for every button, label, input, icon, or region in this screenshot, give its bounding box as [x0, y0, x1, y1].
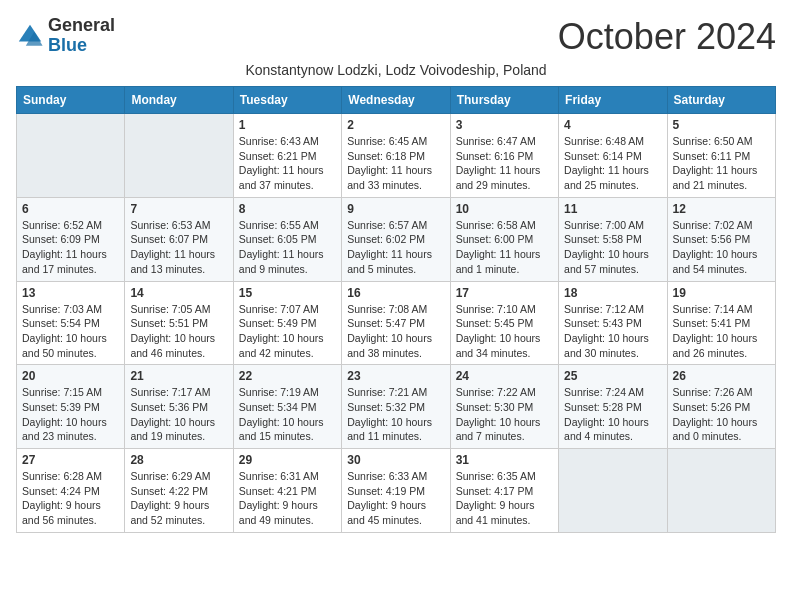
day-info: Sunrise: 7:10 AM Sunset: 5:45 PM Dayligh… [456, 302, 553, 361]
day-number: 7 [130, 202, 227, 216]
calendar-header: SundayMondayTuesdayWednesdayThursdayFrid… [17, 87, 776, 114]
day-number: 19 [673, 286, 770, 300]
day-info: Sunrise: 6:58 AM Sunset: 6:00 PM Dayligh… [456, 218, 553, 277]
day-number: 20 [22, 369, 119, 383]
calendar-week: 6Sunrise: 6:52 AM Sunset: 6:09 PM Daylig… [17, 197, 776, 281]
calendar-cell: 23Sunrise: 7:21 AM Sunset: 5:32 PM Dayli… [342, 365, 450, 449]
day-number: 29 [239, 453, 336, 467]
calendar-cell: 11Sunrise: 7:00 AM Sunset: 5:58 PM Dayli… [559, 197, 667, 281]
month-title: October 2024 [558, 16, 776, 58]
calendar-cell: 3Sunrise: 6:47 AM Sunset: 6:16 PM Daylig… [450, 114, 558, 198]
calendar-cell [125, 114, 233, 198]
day-info: Sunrise: 6:31 AM Sunset: 4:21 PM Dayligh… [239, 469, 336, 528]
calendar-cell: 21Sunrise: 7:17 AM Sunset: 5:36 PM Dayli… [125, 365, 233, 449]
day-number: 13 [22, 286, 119, 300]
day-number: 16 [347, 286, 444, 300]
weekday-header: Monday [125, 87, 233, 114]
calendar-cell [559, 449, 667, 533]
day-number: 12 [673, 202, 770, 216]
day-info: Sunrise: 6:48 AM Sunset: 6:14 PM Dayligh… [564, 134, 661, 193]
day-info: Sunrise: 7:21 AM Sunset: 5:32 PM Dayligh… [347, 385, 444, 444]
calendar-cell: 24Sunrise: 7:22 AM Sunset: 5:30 PM Dayli… [450, 365, 558, 449]
day-info: Sunrise: 7:14 AM Sunset: 5:41 PM Dayligh… [673, 302, 770, 361]
day-info: Sunrise: 6:28 AM Sunset: 4:24 PM Dayligh… [22, 469, 119, 528]
calendar-cell: 9Sunrise: 6:57 AM Sunset: 6:02 PM Daylig… [342, 197, 450, 281]
weekday-header: Saturday [667, 87, 775, 114]
day-info: Sunrise: 7:03 AM Sunset: 5:54 PM Dayligh… [22, 302, 119, 361]
day-number: 21 [130, 369, 227, 383]
calendar-cell: 14Sunrise: 7:05 AM Sunset: 5:51 PM Dayli… [125, 281, 233, 365]
day-info: Sunrise: 6:52 AM Sunset: 6:09 PM Dayligh… [22, 218, 119, 277]
day-info: Sunrise: 6:35 AM Sunset: 4:17 PM Dayligh… [456, 469, 553, 528]
calendar-cell: 29Sunrise: 6:31 AM Sunset: 4:21 PM Dayli… [233, 449, 341, 533]
calendar-cell: 1Sunrise: 6:43 AM Sunset: 6:21 PM Daylig… [233, 114, 341, 198]
calendar-cell: 30Sunrise: 6:33 AM Sunset: 4:19 PM Dayli… [342, 449, 450, 533]
day-number: 23 [347, 369, 444, 383]
day-number: 25 [564, 369, 661, 383]
day-info: Sunrise: 6:29 AM Sunset: 4:22 PM Dayligh… [130, 469, 227, 528]
calendar-cell: 13Sunrise: 7:03 AM Sunset: 5:54 PM Dayli… [17, 281, 125, 365]
calendar-cell: 2Sunrise: 6:45 AM Sunset: 6:18 PM Daylig… [342, 114, 450, 198]
day-number: 28 [130, 453, 227, 467]
location-subtitle: Konstantynow Lodzki, Lodz Voivodeship, P… [16, 62, 776, 78]
day-number: 5 [673, 118, 770, 132]
day-number: 24 [456, 369, 553, 383]
day-info: Sunrise: 7:08 AM Sunset: 5:47 PM Dayligh… [347, 302, 444, 361]
logo-text: General Blue [48, 16, 115, 56]
weekday-header: Tuesday [233, 87, 341, 114]
day-info: Sunrise: 6:47 AM Sunset: 6:16 PM Dayligh… [456, 134, 553, 193]
day-number: 18 [564, 286, 661, 300]
calendar-cell: 19Sunrise: 7:14 AM Sunset: 5:41 PM Dayli… [667, 281, 775, 365]
day-number: 3 [456, 118, 553, 132]
calendar-cell [667, 449, 775, 533]
day-number: 9 [347, 202, 444, 216]
calendar-week: 20Sunrise: 7:15 AM Sunset: 5:39 PM Dayli… [17, 365, 776, 449]
day-number: 14 [130, 286, 227, 300]
calendar-cell: 16Sunrise: 7:08 AM Sunset: 5:47 PM Dayli… [342, 281, 450, 365]
day-info: Sunrise: 7:19 AM Sunset: 5:34 PM Dayligh… [239, 385, 336, 444]
day-info: Sunrise: 6:53 AM Sunset: 6:07 PM Dayligh… [130, 218, 227, 277]
day-info: Sunrise: 7:00 AM Sunset: 5:58 PM Dayligh… [564, 218, 661, 277]
day-info: Sunrise: 7:02 AM Sunset: 5:56 PM Dayligh… [673, 218, 770, 277]
calendar-cell: 27Sunrise: 6:28 AM Sunset: 4:24 PM Dayli… [17, 449, 125, 533]
day-number: 30 [347, 453, 444, 467]
day-number: 11 [564, 202, 661, 216]
calendar-cell: 4Sunrise: 6:48 AM Sunset: 6:14 PM Daylig… [559, 114, 667, 198]
day-info: Sunrise: 7:17 AM Sunset: 5:36 PM Dayligh… [130, 385, 227, 444]
day-info: Sunrise: 7:12 AM Sunset: 5:43 PM Dayligh… [564, 302, 661, 361]
day-info: Sunrise: 7:15 AM Sunset: 5:39 PM Dayligh… [22, 385, 119, 444]
weekday-header: Sunday [17, 87, 125, 114]
day-info: Sunrise: 6:57 AM Sunset: 6:02 PM Dayligh… [347, 218, 444, 277]
day-number: 31 [456, 453, 553, 467]
calendar-cell: 26Sunrise: 7:26 AM Sunset: 5:26 PM Dayli… [667, 365, 775, 449]
day-info: Sunrise: 6:50 AM Sunset: 6:11 PM Dayligh… [673, 134, 770, 193]
calendar-cell: 28Sunrise: 6:29 AM Sunset: 4:22 PM Dayli… [125, 449, 233, 533]
logo: General Blue [16, 16, 115, 56]
day-number: 10 [456, 202, 553, 216]
day-info: Sunrise: 6:33 AM Sunset: 4:19 PM Dayligh… [347, 469, 444, 528]
day-number: 15 [239, 286, 336, 300]
calendar-cell: 18Sunrise: 7:12 AM Sunset: 5:43 PM Dayli… [559, 281, 667, 365]
calendar-cell: 7Sunrise: 6:53 AM Sunset: 6:07 PM Daylig… [125, 197, 233, 281]
day-number: 1 [239, 118, 336, 132]
weekday-header: Wednesday [342, 87, 450, 114]
day-info: Sunrise: 6:45 AM Sunset: 6:18 PM Dayligh… [347, 134, 444, 193]
day-info: Sunrise: 7:07 AM Sunset: 5:49 PM Dayligh… [239, 302, 336, 361]
day-info: Sunrise: 7:22 AM Sunset: 5:30 PM Dayligh… [456, 385, 553, 444]
calendar-week: 27Sunrise: 6:28 AM Sunset: 4:24 PM Dayli… [17, 449, 776, 533]
calendar-cell: 31Sunrise: 6:35 AM Sunset: 4:17 PM Dayli… [450, 449, 558, 533]
calendar-cell [17, 114, 125, 198]
calendar-cell: 22Sunrise: 7:19 AM Sunset: 5:34 PM Dayli… [233, 365, 341, 449]
logo-icon [16, 22, 44, 50]
calendar-cell: 5Sunrise: 6:50 AM Sunset: 6:11 PM Daylig… [667, 114, 775, 198]
day-number: 8 [239, 202, 336, 216]
day-number: 22 [239, 369, 336, 383]
calendar-cell: 15Sunrise: 7:07 AM Sunset: 5:49 PM Dayli… [233, 281, 341, 365]
calendar-cell: 6Sunrise: 6:52 AM Sunset: 6:09 PM Daylig… [17, 197, 125, 281]
day-number: 17 [456, 286, 553, 300]
day-info: Sunrise: 7:26 AM Sunset: 5:26 PM Dayligh… [673, 385, 770, 444]
day-info: Sunrise: 6:43 AM Sunset: 6:21 PM Dayligh… [239, 134, 336, 193]
calendar-cell: 17Sunrise: 7:10 AM Sunset: 5:45 PM Dayli… [450, 281, 558, 365]
day-info: Sunrise: 6:55 AM Sunset: 6:05 PM Dayligh… [239, 218, 336, 277]
day-info: Sunrise: 7:05 AM Sunset: 5:51 PM Dayligh… [130, 302, 227, 361]
